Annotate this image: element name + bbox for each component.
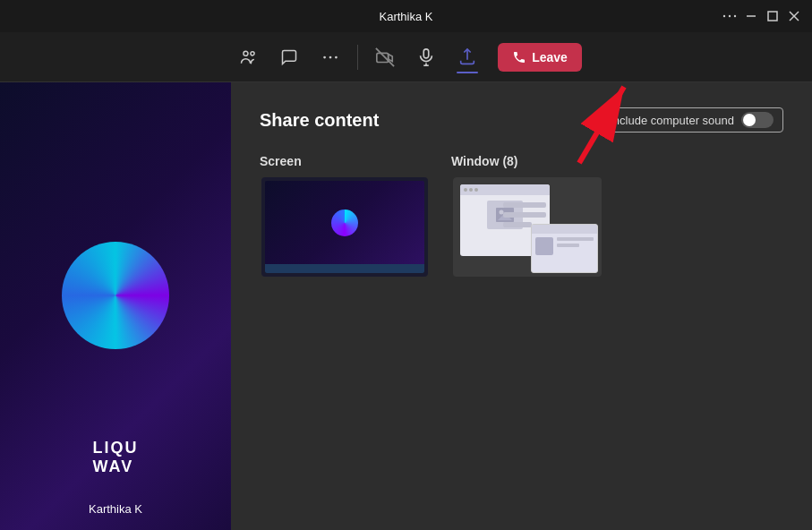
svg-point-11: [335, 56, 338, 58]
share-header: Share content Include computer sound: [260, 107, 783, 132]
window-title: Karthika K: [380, 10, 433, 23]
svg-rect-14: [423, 48, 429, 57]
w-line-1: [503, 202, 546, 208]
title-bar: Karthika K: [0, 0, 812, 32]
window-controls: [722, 9, 801, 23]
svg-rect-4: [768, 12, 777, 21]
svg-point-2: [734, 15, 736, 17]
toolbar: Leave: [0, 32, 812, 82]
screen-option: Screen: [260, 154, 430, 278]
wts-lines: [557, 237, 594, 255]
w-dot-1: [464, 188, 467, 192]
wts-line-1: [557, 237, 594, 241]
w-dot-2: [469, 188, 473, 192]
mic-button[interactable]: [408, 39, 444, 75]
minimize-icon[interactable]: [744, 9, 758, 23]
window-titlebar: [460, 184, 550, 195]
more-options-icon[interactable]: [722, 9, 737, 23]
screen-logo: [331, 209, 358, 236]
main-area: LIQUWAV Karthika K Share content Include…: [0, 82, 812, 530]
chat-button[interactable]: [271, 39, 307, 75]
window-option: Window (8): [451, 154, 603, 278]
sound-label: Include computer sound: [610, 114, 734, 127]
maximize-icon[interactable]: [765, 9, 780, 23]
screen-inner: [265, 181, 424, 273]
more-button[interactable]: [312, 39, 348, 75]
screen-thumbnail[interactable]: [260, 175, 430, 278]
svg-line-13: [376, 47, 394, 65]
screen-taskbar: [265, 264, 424, 273]
window-label: Window (8): [451, 154, 603, 168]
wts-image: [535, 237, 553, 255]
svg-point-9: [323, 56, 326, 58]
toolbar-divider: [357, 45, 358, 70]
window-thumbnail[interactable]: [451, 175, 603, 278]
window-secondary: [531, 224, 598, 273]
video-panel: LIQUWAV Karthika K: [0, 82, 231, 530]
svg-point-1: [729, 15, 731, 17]
leave-label: Leave: [532, 50, 568, 64]
logo-text: LIQUWAV: [93, 439, 139, 476]
share-title: Share content: [260, 110, 379, 131]
svg-point-8: [251, 51, 254, 55]
screen-content: [265, 181, 424, 264]
w-line-3: [503, 222, 532, 227]
participant-name: Karthika K: [89, 502, 142, 516]
close-icon[interactable]: [787, 9, 801, 23]
share-panel: Share content Include computer sound Scr…: [231, 82, 812, 530]
leave-button[interactable]: Leave: [498, 43, 582, 72]
share-button[interactable]: [449, 39, 485, 75]
svg-point-0: [723, 15, 725, 17]
wts-line-2: [557, 244, 579, 247]
share-options: Screen: [260, 154, 783, 278]
w-line-2: [503, 212, 546, 218]
camera-button[interactable]: [367, 39, 403, 75]
sound-toggle-wrapper[interactable]: Include computer sound: [600, 107, 783, 132]
screen-label: Screen: [260, 154, 430, 168]
logo-circle: [62, 242, 169, 349]
wts-content: [532, 234, 597, 259]
wts-titlebar: [532, 225, 597, 234]
sound-toggle[interactable]: [741, 112, 774, 128]
svg-point-7: [244, 51, 248, 56]
people-button[interactable]: [230, 39, 266, 75]
svg-point-10: [329, 56, 332, 58]
logo-visual: [62, 242, 169, 349]
w-dot-3: [474, 188, 478, 192]
window-thumb-content: [453, 177, 603, 278]
screen-thumb-content: [261, 177, 428, 277]
